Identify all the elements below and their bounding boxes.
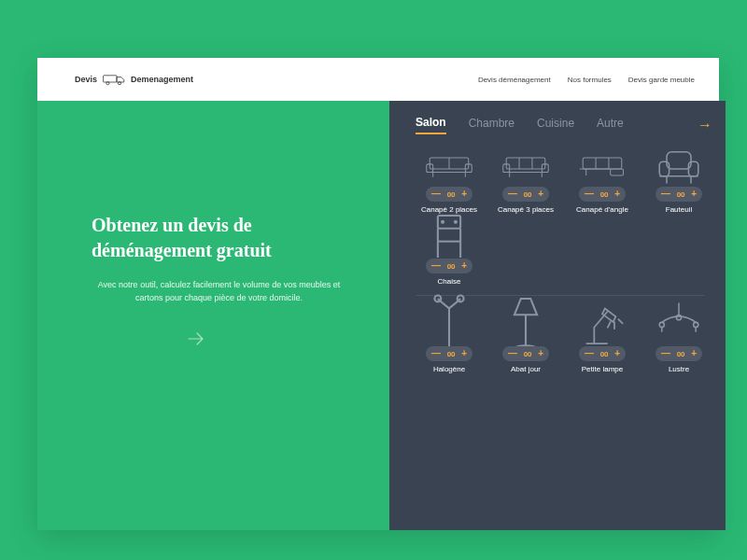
stepper-canape-angle: — 00 + bbox=[579, 187, 626, 202]
stepper-canape-3: — 00 + bbox=[502, 187, 549, 202]
header: Devis Demenagement Devis déménagement No… bbox=[37, 58, 719, 101]
minus-button[interactable]: — bbox=[508, 189, 517, 199]
plus-button[interactable]: + bbox=[691, 349, 697, 358]
minus-button[interactable]: — bbox=[585, 349, 594, 358]
item-label: Abat jour bbox=[511, 365, 541, 373]
tab-cuisine[interactable]: Cuisine bbox=[537, 117, 574, 133]
empty-cell bbox=[645, 221, 712, 286]
stepper-canape-2: — 00 + bbox=[426, 187, 472, 202]
sofa-corner-icon bbox=[578, 149, 627, 183]
plus-button[interactable]: + bbox=[538, 189, 543, 199]
count-value: 00 bbox=[677, 190, 685, 199]
desk-lamp-icon bbox=[578, 309, 627, 343]
item-chaise: — 00 + Chaise bbox=[416, 221, 483, 286]
sofa-2-icon bbox=[425, 149, 473, 183]
tab-autre[interactable]: Autre bbox=[597, 117, 624, 133]
svg-rect-18 bbox=[583, 158, 622, 169]
hero-subtext: Avec notre outil, calculez facilement le… bbox=[92, 278, 356, 305]
item-label: Canapé d'angle bbox=[576, 205, 628, 214]
item-label: Canapé 3 places bbox=[498, 205, 554, 214]
plus-button[interactable]: + bbox=[691, 189, 697, 199]
stepper-halogene: — 00 + bbox=[426, 346, 472, 361]
logo-text-right: Demenagement bbox=[131, 75, 193, 84]
body: Obtenez un devis de déménagement gratuit… bbox=[37, 101, 719, 530]
count-value: 00 bbox=[447, 350, 456, 358]
item-label: Chaise bbox=[438, 277, 461, 286]
furniture-grid: — 00 + Canapé 2 places — 00 + Can bbox=[416, 149, 712, 373]
svg-point-43 bbox=[676, 315, 681, 319]
item-canape-3: — 00 + Canapé 3 places bbox=[492, 149, 559, 214]
logo: Devis Demenagement bbox=[75, 73, 193, 86]
plus-button[interactable]: + bbox=[538, 349, 543, 358]
item-halogene: — 00 + Halogène bbox=[416, 309, 483, 373]
tabs-next-icon[interactable]: → bbox=[698, 117, 712, 133]
chair-icon bbox=[425, 221, 473, 255]
lampshade-icon bbox=[501, 309, 550, 343]
minus-button[interactable]: — bbox=[431, 189, 441, 199]
count-value: 00 bbox=[600, 350, 609, 358]
item-label: Lustre bbox=[669, 365, 689, 373]
tab-salon[interactable]: Salon bbox=[416, 116, 446, 134]
svg-point-35 bbox=[455, 221, 457, 223]
arrow-right-icon[interactable] bbox=[185, 328, 207, 350]
count-value: 00 bbox=[677, 350, 685, 358]
svg-rect-26 bbox=[688, 161, 698, 176]
room-tabs: Salon Chambre Cuisine Autre → bbox=[416, 116, 712, 134]
item-abat-jour: — 00 + Abat jour bbox=[492, 309, 559, 373]
plus-button[interactable]: + bbox=[614, 189, 620, 199]
minus-button[interactable]: — bbox=[661, 189, 670, 199]
minus-button[interactable]: — bbox=[661, 349, 670, 358]
empty-cell bbox=[569, 221, 636, 286]
chandelier-icon bbox=[655, 309, 703, 343]
minus-button[interactable]: — bbox=[508, 349, 517, 358]
stepper-chaise: — 00 + bbox=[426, 259, 472, 273]
count-value: 00 bbox=[447, 262, 456, 271]
stepper-fauteuil: — 00 + bbox=[655, 187, 702, 202]
svg-rect-24 bbox=[667, 151, 691, 168]
minus-button[interactable]: — bbox=[431, 261, 441, 271]
stepper-abat-jour: — 00 + bbox=[502, 346, 549, 361]
svg-point-42 bbox=[659, 322, 664, 327]
item-fauteuil: — 00 + Fauteuil bbox=[645, 149, 712, 214]
plus-button[interactable]: + bbox=[461, 261, 467, 271]
item-label: Halogène bbox=[433, 365, 465, 373]
item-canape-2: — 00 + Canapé 2 places bbox=[416, 149, 483, 214]
logo-text-left: Devis bbox=[75, 75, 97, 84]
empty-cell bbox=[492, 221, 559, 286]
plus-button[interactable]: + bbox=[461, 189, 467, 199]
item-label: Petite lampe bbox=[582, 365, 623, 373]
nav-link-devis[interactable]: Devis déménagement bbox=[478, 76, 551, 84]
truck-icon bbox=[103, 73, 125, 86]
furniture-panel: Salon Chambre Cuisine Autre → — 00 + bbox=[389, 101, 726, 530]
floor-lamp-icon bbox=[425, 309, 473, 343]
armchair-icon bbox=[655, 149, 703, 183]
stepper-lustre: — 00 + bbox=[655, 346, 702, 361]
plus-button[interactable]: + bbox=[461, 349, 467, 358]
hero-heading: Obtenez un devis de déménagement gratuit bbox=[92, 213, 356, 263]
nav-link-formules[interactable]: Nos formules bbox=[568, 76, 612, 84]
nav: Devis déménagement Nos formules Devis ga… bbox=[478, 76, 695, 84]
stepper-petite-lampe: — 00 + bbox=[579, 346, 626, 361]
minus-button[interactable]: — bbox=[431, 349, 441, 358]
count-value: 00 bbox=[524, 350, 532, 358]
svg-rect-0 bbox=[104, 76, 117, 82]
svg-rect-25 bbox=[659, 161, 669, 176]
plus-button[interactable]: + bbox=[614, 349, 620, 358]
sofa-3-icon bbox=[501, 149, 550, 183]
count-value: 00 bbox=[524, 190, 532, 199]
count-value: 00 bbox=[447, 190, 456, 199]
minus-button[interactable]: — bbox=[585, 189, 594, 199]
item-canape-angle: — 00 + Canapé d'angle bbox=[569, 149, 636, 214]
item-petite-lampe: — 00 + Petite lampe bbox=[569, 309, 636, 373]
nav-link-garde[interactable]: Devis garde meuble bbox=[628, 76, 695, 84]
item-lustre: — 00 + Lustre bbox=[645, 309, 712, 373]
hero: Obtenez un devis de déménagement gratuit… bbox=[37, 101, 389, 530]
svg-point-34 bbox=[442, 221, 444, 223]
count-value: 00 bbox=[600, 190, 609, 199]
svg-rect-21 bbox=[611, 169, 624, 175]
tab-chambre[interactable]: Chambre bbox=[469, 117, 514, 133]
svg-point-44 bbox=[694, 322, 698, 327]
item-label: Fauteuil bbox=[666, 205, 692, 214]
svg-rect-10 bbox=[506, 158, 545, 169]
app-window: Devis Demenagement Devis déménagement No… bbox=[37, 58, 719, 530]
